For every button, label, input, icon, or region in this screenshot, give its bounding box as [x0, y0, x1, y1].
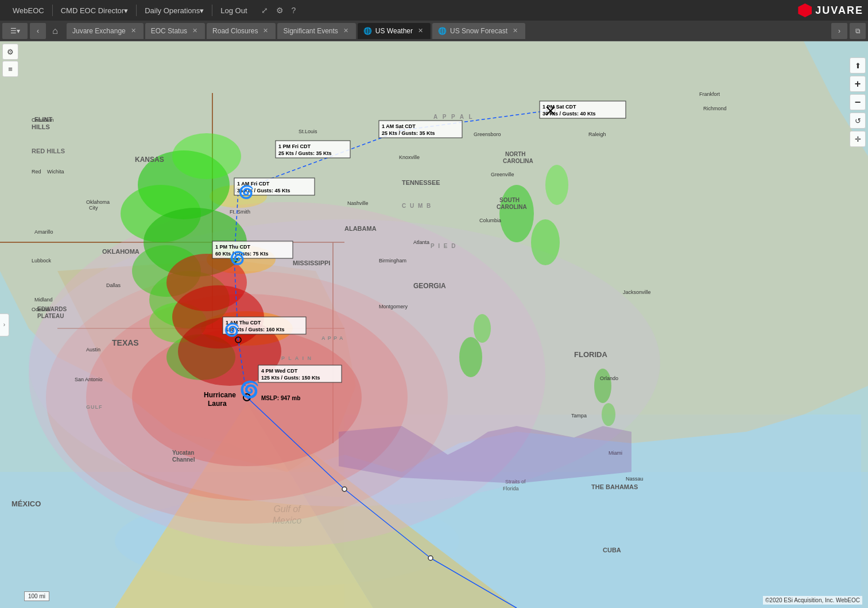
layers-tool-button[interactable]: ≡ [2, 61, 18, 77]
hurricane-symbol-main: 🌀 [239, 380, 259, 399]
globe-icon: 🌐 [363, 27, 372, 35]
tab-close-juvare-exchange[interactable]: ✕ [129, 26, 138, 35]
juvare-icon [798, 3, 812, 17]
tab-close-road-closures[interactable]: ✕ [261, 26, 270, 35]
juvare-logo: JUVARE [798, 3, 863, 17]
tab-label: US Snow Forecast [450, 27, 507, 35]
top-navigation: WebEOC CMD EOC Director▾ Daily Operation… [0, 0, 868, 21]
svg-text:Mexico: Mexico [273, 516, 302, 525]
move-icon[interactable]: ⤢ [261, 6, 268, 15]
tab-eoc-status[interactable]: EOC Status ✕ [145, 23, 205, 39]
tab-label: EOC Status [151, 27, 187, 35]
map-copyright: ©2020 ESi Acquisition, Inc. WebEOC [763, 596, 862, 605]
zoom-in-button[interactable]: + [850, 76, 866, 92]
tab-road-closures[interactable]: Road Closures ✕ [207, 23, 276, 39]
globe-icon-2: 🌐 [438, 27, 447, 35]
logout-nav[interactable]: Log Out [212, 0, 255, 21]
tab-label: Significant Events [283, 27, 338, 35]
zoom-out-button[interactable]: − [850, 94, 866, 110]
tab-menu-button[interactable]: ☰▾ [2, 23, 28, 39]
settings-tool-button[interactable]: ⚙ [2, 44, 18, 60]
nav-icon-group: ⤢ ⚙ ? [261, 6, 296, 15]
refresh-button[interactable]: ↺ [850, 113, 866, 129]
tab-us-snow-forecast[interactable]: 🌐 US Snow Forecast ✕ [432, 23, 525, 39]
help-icon[interactable]: ? [292, 6, 296, 15]
tab-close-significant-events[interactable]: ✕ [342, 26, 350, 35]
tab-significant-events[interactable]: Significant Events ✕ [277, 23, 355, 39]
daily-ops-nav[interactable]: Daily Operations▾ [137, 0, 212, 21]
hurricane-symbol-fri: 🌀 [238, 185, 254, 200]
tab-juvare-exchange[interactable]: Juvare Exchange ✕ [67, 23, 144, 39]
right-sidebar: ⬆ + − ↺ ✛ [847, 41, 868, 149]
hurricane-symbol-thu-am: 🌀 [224, 323, 239, 338]
map-scale: 100 mi [24, 591, 49, 601]
webeoc-nav[interactable]: WebEOC [5, 0, 52, 21]
tab-us-weather[interactable]: 🌐 US Weather ✕ [358, 23, 431, 39]
settings-icon[interactable]: ⚙ [276, 6, 284, 15]
tab-prev-button[interactable]: ‹ [30, 23, 46, 39]
zoom-home-button[interactable]: ⬆ [850, 57, 866, 73]
tab-close-us-weather[interactable]: ✕ [416, 26, 425, 35]
tab-close-us-snow-forecast[interactable]: ✕ [511, 26, 520, 35]
svg-text:Gulf of: Gulf of [273, 504, 301, 514]
left-sidebar: ⚙ ≡ [0, 41, 21, 79]
cmd-eoc-nav[interactable]: CMD EOC Director▾ [53, 0, 137, 21]
tab-next-button[interactable]: › [831, 23, 847, 39]
tab-label: Juvare Exchange [72, 27, 126, 35]
hurricane-symbol-thu-pm: 🌀 [230, 251, 245, 266]
tab-close-eoc-status[interactable]: ✕ [191, 26, 199, 35]
tab-end-buttons: › ⧉ [831, 23, 866, 39]
tab-label: US Weather [375, 27, 413, 35]
tab-bar: ☰▾ ‹ ⌂ Juvare Exchange ✕ EOC Status ✕ Ro… [0, 21, 868, 41]
tab-window-button[interactable]: ⧉ [850, 23, 866, 39]
crosshair-button[interactable]: ✛ [850, 131, 866, 147]
sidebar-collapse-arrow[interactable]: › [0, 313, 9, 336]
map-container[interactable]: Gulf of Mexico [0, 41, 868, 608]
home-button[interactable]: ⌂ [46, 23, 64, 39]
tab-label: Road Closures [212, 27, 258, 35]
